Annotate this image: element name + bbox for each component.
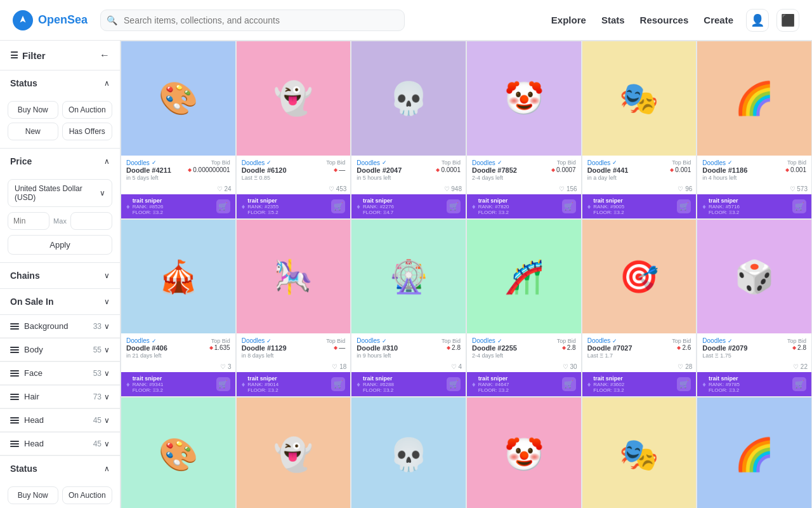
- max-price-input[interactable]: [70, 212, 112, 230]
- card-price: ◆2.6: [677, 344, 691, 351]
- back-arrow[interactable]: ←: [100, 50, 110, 61]
- currency-select[interactable]: United States Dollar (USD) ∨: [8, 179, 112, 207]
- nft-card[interactable]: 🎯 Doodles ✓ Top Bid Doodle #7027 ◆2.6 La…: [582, 219, 697, 398]
- wallet-button[interactable]: ⬛: [776, 9, 799, 32]
- nav-create[interactable]: Create: [704, 15, 733, 25]
- sniper-floor: FLOOR: Ξ3.2: [133, 387, 164, 393]
- nft-card[interactable]: 🎪 Doodles ✓ Top Bid Doodle #406 ◆1.635 i…: [121, 219, 236, 398]
- sniper-cart-button[interactable]: 🛒: [562, 377, 576, 391]
- sidebar-section-head1: Head 45 ∨: [0, 409, 120, 432]
- sniper-cart-button[interactable]: 🛒: [562, 199, 576, 213]
- sniper-diamond-icon: ♦: [357, 380, 360, 388]
- nav-stats[interactable]: Stats: [601, 15, 625, 25]
- sniper-floor: FLOOR: Ξ3.2: [478, 210, 509, 215]
- nft-card[interactable]: 💀 Doodles ✓ Top Bid Doodle #??3 ◆— ♡ 0: [351, 397, 466, 508]
- nft-card[interactable]: 🎨 Doodles ✓ Top Bid Doodle #??1 ◆— ♡ 0: [121, 397, 236, 508]
- card-name-row: Doodle #310 ◆2.8: [357, 344, 461, 352]
- sniper-rank: RANK: #9005: [593, 204, 624, 210]
- card-likes-row: ♡ 156: [467, 184, 581, 194]
- nft-card[interactable]: 🌈 Doodles ✓ Top Bid Doodle #??6 ◆— ♡ 0: [697, 397, 812, 508]
- price-section-header[interactable]: Price ∧: [0, 149, 120, 174]
- chains-header[interactable]: Chains ∨: [0, 263, 120, 288]
- top-bid-label: Top Bid: [442, 159, 461, 166]
- sniper-cart-button[interactable]: 🛒: [331, 199, 345, 213]
- card-likes-row: ♡ 18: [237, 361, 351, 372]
- background-chevron: ∨: [104, 322, 110, 331]
- nft-card[interactable]: 🎡 Doodles ✓ Top Bid Doodle #310 ◆2.8 in …: [351, 219, 466, 398]
- logo[interactable]: OpenSea: [13, 10, 88, 30]
- body-count: 55: [93, 345, 102, 354]
- buy-now-btn2[interactable]: Buy Now: [8, 486, 58, 504]
- head1-right: 45 ∨: [93, 416, 110, 425]
- min-price-input[interactable]: [8, 212, 49, 230]
- sniper-cart-button[interactable]: 🛒: [792, 199, 806, 213]
- nft-card[interactable]: 💀 Doodles ✓ Top Bid Doodle #2047 ◆0.0001…: [351, 41, 466, 219]
- eth-dot: ◆: [677, 345, 681, 351]
- card-name-row: Doodle #4211 ◆0.000000001: [126, 166, 230, 174]
- sniper-cart-button[interactable]: 🛒: [677, 377, 691, 391]
- status-section-header[interactable]: Status ∧: [0, 70, 120, 96]
- top-bid-label: Top Bid: [557, 159, 576, 166]
- nav-explore[interactable]: Explore: [551, 15, 586, 25]
- card-info: Doodles ✓ Top Bid Doodle #2255 ◆2.8 2-4 …: [467, 333, 581, 361]
- currency-chevron: ∨: [100, 189, 105, 197]
- has-offers-btn[interactable]: Has Offers: [62, 123, 113, 140]
- nft-card[interactable]: 🎨 Doodles ✓ Top Bid Doodle #4211 ◆0.0000…: [121, 41, 236, 219]
- sniper-floor: FLOOR: Ξ3.2: [247, 387, 278, 393]
- nft-card[interactable]: 🎠 Doodles ✓ Top Bid Doodle #1129 ◆— in 8…: [236, 219, 351, 398]
- nft-card[interactable]: 🎢 Doodles ✓ Top Bid Doodle #2255 ◆2.8 2-…: [466, 219, 582, 398]
- search-input[interactable]: [100, 10, 405, 31]
- card-name: Doodle #6120: [242, 166, 287, 174]
- nft-card[interactable]: 🎭 Doodles ✓ Top Bid Doodle #441 ◆0.001 i…: [582, 41, 697, 219]
- face-row[interactable]: Face 53 ∨: [0, 362, 120, 385]
- on-auction-btn2[interactable]: On Auction: [62, 486, 113, 504]
- top-bid-label: Top Bid: [326, 159, 345, 166]
- nft-card[interactable]: 🌈 Doodles ✓ Top Bid Doodle #1186 ◆0.001 …: [697, 41, 812, 219]
- nft-card[interactable]: 🎭 Doodles ✓ Top Bid Doodle #??5 ◆— ♡ 0: [582, 397, 697, 508]
- card-price: ◆—: [334, 344, 345, 351]
- sniper-left: ♦ trait sniper RANK: #5716 FLOOR: Ξ3.2: [702, 197, 740, 215]
- background-row[interactable]: Background 33 ∨: [0, 315, 120, 338]
- sniper-cart-button[interactable]: 🛒: [216, 377, 230, 391]
- sniper-diamond-icon: ♦: [126, 380, 130, 388]
- card-likes: ♡ 156: [559, 185, 577, 192]
- hair-row[interactable]: Hair 73 ∨: [0, 385, 120, 408]
- card-likes-row: ♡ 453: [237, 184, 351, 194]
- sniper-cart-button[interactable]: 🛒: [216, 199, 230, 213]
- sniper-cart-button[interactable]: 🛒: [447, 377, 461, 391]
- card-image: 🎪: [121, 220, 235, 334]
- buy-now-btn[interactable]: Buy Now: [8, 101, 58, 119]
- nft-card[interactable]: 🤡 Doodles ✓ Top Bid Doodle #??4 ◆— ♡ 0: [466, 397, 582, 508]
- sniper-cart-button[interactable]: 🛒: [792, 377, 806, 391]
- sniper-info: trait sniper RANK: #9014 FLOOR: Ξ3.2: [247, 375, 278, 393]
- body-row[interactable]: Body 55 ∨: [0, 338, 120, 361]
- sidebar-section-on-sale: On Sale In ∨: [0, 289, 120, 315]
- status2-section-header[interactable]: Status ∧: [0, 456, 120, 481]
- card-image: 🤡: [467, 398, 581, 508]
- head1-chevron: ∨: [104, 416, 110, 425]
- sniper-left: ♦ trait sniper RANK: #2355 FLOOR: Ξ5.2: [242, 197, 279, 215]
- nft-card[interactable]: 🤡 Doodles ✓ Top Bid Doodle #7852 ◆0.0007…: [466, 41, 582, 219]
- apply-button[interactable]: Apply: [8, 235, 112, 255]
- on-auction-btn[interactable]: On Auction: [62, 101, 113, 119]
- sniper-cart-button[interactable]: 🛒: [447, 199, 461, 213]
- nft-face: 🌈: [697, 398, 811, 508]
- card-price: ◆2.8: [562, 344, 576, 351]
- card-image: 🎠: [237, 220, 351, 334]
- card-likes: ♡ 453: [329, 185, 346, 192]
- on-sale-header[interactable]: On Sale In ∨: [0, 289, 120, 314]
- card-name: Doodle #7027: [587, 344, 632, 352]
- nft-card[interactable]: 🎲 Doodles ✓ Top Bid Doodle #2079 ◆2.8 La…: [697, 219, 812, 398]
- profile-button[interactable]: 👤: [746, 9, 769, 32]
- new-btn[interactable]: New: [8, 123, 58, 140]
- sniper-left: ♦ trait sniper RANK: #2276 FLOOR: Ξ4.7: [357, 197, 394, 215]
- eth-dot: ◆: [188, 167, 192, 173]
- card-likes: ♡ 18: [332, 363, 346, 370]
- sniper-cart-button[interactable]: 🛒: [677, 199, 691, 213]
- head2-row[interactable]: Head 45 ∨: [0, 432, 120, 455]
- head1-row[interactable]: Head 45 ∨: [0, 409, 120, 432]
- nft-card[interactable]: 👻 Doodles ✓ Top Bid Doodle #6120 ◆— Last…: [236, 41, 351, 219]
- sniper-cart-button[interactable]: 🛒: [331, 377, 345, 391]
- nft-card[interactable]: 👻 Doodles ✓ Top Bid Doodle #??2 ◆— ♡ 0: [236, 397, 351, 508]
- nav-resources[interactable]: Resources: [640, 15, 689, 25]
